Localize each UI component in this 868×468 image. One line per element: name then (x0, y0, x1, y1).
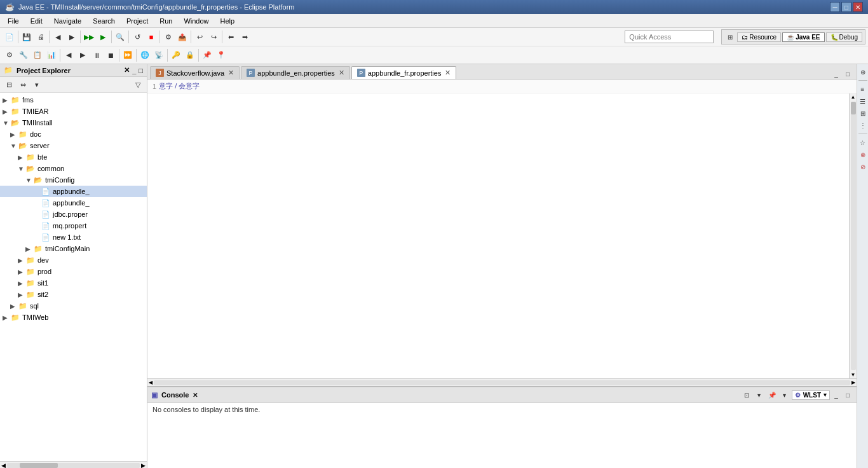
javaee-perspective-btn[interactable]: ☕Java EE (782, 32, 824, 42)
console-pin-btn[interactable]: 📌 (766, 389, 778, 401)
tree-item-sql[interactable]: ▶ 📁 sql (0, 300, 147, 312)
minimize-editor-btn[interactable]: _ (831, 69, 841, 79)
right-panel-icon-4[interactable]: ⊞ (858, 108, 868, 118)
close-tab-appbundle-fr[interactable]: ✕ (445, 69, 451, 77)
publish-btn[interactable]: 📤 (175, 30, 189, 44)
scroll-right-editor-btn[interactable]: ▶ (851, 380, 855, 385)
menu-navigate[interactable]: Navigate (49, 16, 86, 26)
scroll-left-btn[interactable]: ◀ (1, 462, 6, 469)
toolbar2-btn8[interactable]: ⏹ (104, 48, 118, 62)
scroll-down-btn[interactable]: ▼ (850, 371, 857, 378)
open-perspective-btn[interactable]: ⊞ (724, 31, 736, 43)
tree-item-tmiconfig[interactable]: ▼ 📂 tmiConfig (0, 174, 147, 186)
tree-item-tmiconfigmain[interactable]: ▶ 📁 tmiConfigMain (0, 243, 147, 254)
toolbar2-btn10[interactable]: 🌐 (138, 48, 152, 62)
new-button[interactable]: 📄 (3, 30, 17, 44)
tree-item-tmiear[interactable]: ▶ 📁 TMIEAR (0, 106, 147, 117)
right-panel-icon-6[interactable]: ☆ (858, 137, 868, 148)
back-button[interactable]: ◀ (51, 30, 65, 44)
close-tab-appbundle-en[interactable]: ✕ (339, 69, 344, 77)
tree-item-sit2[interactable]: ▶ 📁 sit2 (0, 289, 147, 300)
menu-project[interactable]: Project (121, 16, 153, 26)
toolbar2-btn7[interactable]: ⏸ (90, 48, 104, 62)
tree-item-appbundle-en[interactable]: 📄 appbundle_ (0, 197, 147, 209)
editor-vscrollbar[interactable]: ▲ ▼ (849, 93, 857, 378)
tree-item-fms[interactable]: ▶ 📁 fms (0, 94, 147, 106)
editor-hscrollbar[interactable]: ◀ ▶ (147, 378, 857, 386)
toolbar2-btn6[interactable]: ▶ (76, 48, 90, 62)
menu-run[interactable]: Run (154, 16, 177, 26)
tab-appbundle-en[interactable]: P appbundle_en.properties ✕ (241, 66, 350, 79)
maximize-editor-btn[interactable]: □ (843, 69, 853, 79)
maximize-button[interactable]: □ (841, 2, 851, 12)
tree-item-appbundle-fr[interactable]: 📄 appbundle_ (0, 186, 147, 197)
editor-content[interactable] (147, 93, 849, 378)
menu-window[interactable]: Window (179, 16, 214, 26)
right-panel-icon-8[interactable]: ⊘ (858, 162, 868, 172)
tree-item-sit1[interactable]: ▶ 📁 sit1 (0, 277, 147, 289)
quick-access-input[interactable] (625, 31, 714, 43)
scroll-right-btn[interactable]: ▶ (141, 462, 146, 469)
save-button[interactable]: 💾 (20, 30, 34, 44)
console-minimize-btn[interactable]: _ (831, 390, 841, 400)
right-panel-icon-3[interactable]: ☰ (858, 96, 868, 106)
toolbar2-btn5[interactable]: ◀ (62, 48, 76, 62)
tree-item-new1[interactable]: 📄 new 1.txt (0, 231, 147, 243)
tree-item-prod[interactable]: ▶ 📁 prod (0, 266, 147, 277)
wlst-dropdown[interactable]: ⚙ WLST ▾ (792, 390, 830, 400)
right-panel-icon-5[interactable]: ⋮ (858, 120, 868, 130)
nav-next[interactable]: ➡ (238, 30, 252, 44)
close-console-btn[interactable]: ✕ (193, 392, 198, 399)
tree-item-mq[interactable]: 📄 mq.propert (0, 220, 147, 231)
toolbar2-btn4[interactable]: 📊 (44, 48, 58, 62)
menu-file[interactable]: File (3, 16, 24, 26)
tree-item-common[interactable]: ▼ 📂 common (0, 163, 147, 174)
resource-perspective-btn[interactable]: 🗂Resource (737, 32, 781, 42)
explorer-view-menu-btn[interactable]: ▾ (31, 78, 43, 91)
close-tab-stackoverflow[interactable]: ✕ (228, 69, 234, 77)
tree-item-tmiinstall[interactable]: ▼ 📂 TMIInstall (0, 117, 147, 128)
menu-search[interactable]: Search (88, 16, 120, 26)
right-panel-icon-1[interactable]: ⊕ (858, 67, 868, 77)
minimize-explorer-btn[interactable]: _ (132, 67, 136, 74)
redo-btn[interactable]: ↪ (207, 30, 220, 44)
debug-button[interactable]: ▶▶ (82, 30, 96, 44)
toolbar2-btn14[interactable]: 📌 (200, 48, 214, 62)
console-maximize-btn[interactable]: □ (843, 390, 853, 400)
print-button[interactable]: 🖨 (34, 30, 48, 44)
collapse-all-btn[interactable]: ⊟ (3, 78, 15, 91)
tab-stackoverflow[interactable]: J Stackoverflow.java ✕ (150, 66, 240, 79)
right-panel-icon-7[interactable]: ⊗ (858, 149, 868, 160)
tree-item-tmiweb[interactable]: ▶ 📁 TMIWeb (0, 312, 147, 323)
console-open-console-btn[interactable]: ⊡ (741, 389, 752, 401)
breadcrumb-text[interactable]: 意字 / 会意字 (159, 81, 200, 91)
toolbar2-btn9[interactable]: ⏩ (121, 48, 135, 62)
server-btn[interactable]: ⚙ (161, 30, 175, 44)
nav-prev[interactable]: ⬅ (224, 30, 238, 44)
search-button[interactable]: 🔍 (113, 30, 127, 44)
tree-item-doc[interactable]: ▶ 📁 doc (0, 128, 147, 140)
tree-item-dev[interactable]: ▶ 📁 dev (0, 254, 147, 266)
toolbar2-btn13[interactable]: 🔒 (183, 48, 197, 62)
scroll-up-btn[interactable]: ▲ (850, 93, 857, 100)
close-button[interactable]: ✕ (853, 2, 863, 12)
tree-item-jdbc[interactable]: 📄 jdbc.proper (0, 209, 147, 220)
debug-perspective-btn[interactable]: 🐛Debug (826, 32, 862, 42)
toolbar2-btn2[interactable]: 🔧 (17, 48, 31, 62)
forward-button[interactable]: ▶ (65, 30, 79, 44)
minimize-button[interactable]: ─ (830, 2, 840, 12)
menu-help[interactable]: Help (215, 16, 240, 26)
explorer-viewmenu-btn[interactable]: ▽ (132, 78, 144, 91)
toolbar2-btn3[interactable]: 📋 (31, 48, 44, 62)
menu-edit[interactable]: Edit (25, 16, 48, 26)
link-with-editor-btn[interactable]: ⇔ (17, 78, 29, 91)
console-display-opts-btn[interactable]: ▾ (754, 389, 765, 401)
stop-btn[interactable]: ■ (144, 30, 158, 44)
toolbar2-btn12[interactable]: 🔑 (169, 48, 183, 62)
refresh-btn[interactable]: ↺ (130, 30, 144, 44)
scroll-left-editor-btn[interactable]: ◀ (149, 380, 153, 385)
tree-item-server[interactable]: ▼ 📂 server (0, 140, 147, 151)
collapse-explorer-btn[interactable]: ✕ (124, 66, 130, 74)
right-panel-icon-2[interactable]: ≡ (858, 84, 868, 94)
undo-btn[interactable]: ↩ (193, 30, 207, 44)
